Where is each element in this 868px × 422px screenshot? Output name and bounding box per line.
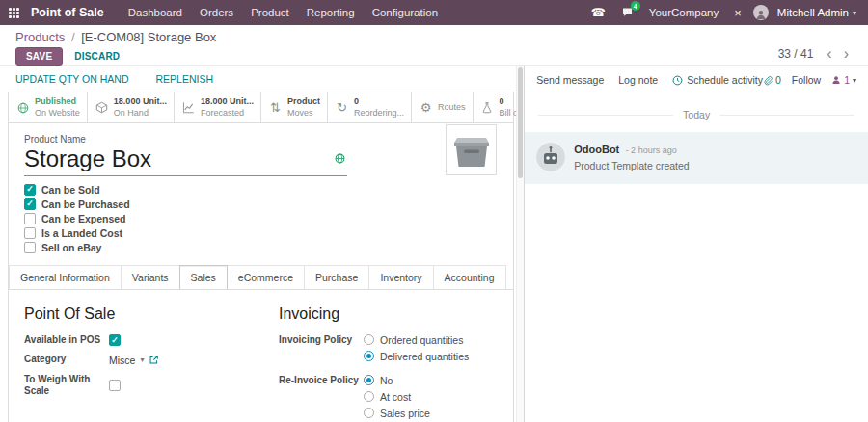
checkbox-is-landed-cost[interactable]: ✓ Is a Landed Cost <box>24 227 122 239</box>
stat-button-reordering-rules[interactable]: ↻ 0 Reordering... <box>328 92 412 122</box>
stat-text: Product Moves <box>287 96 320 119</box>
stat-button-published[interactable]: Published On Website <box>9 92 88 122</box>
debug-close-button[interactable]: × <box>726 0 749 25</box>
sales-tab-content: Point Of Sale Available in POS ✓ Categor… <box>9 290 513 422</box>
discard-button[interactable]: DISCARD <box>65 48 129 65</box>
radio-circle <box>364 334 374 345</box>
send-message-button[interactable]: Send message <box>536 74 604 86</box>
apps-menu-icon[interactable] <box>0 0 27 25</box>
product-flags: ✓ Can be Sold ✓ Can be Purchased ✓ Can b… <box>24 184 498 253</box>
menu-configuration[interactable]: Configuration <box>364 0 447 25</box>
company-switcher[interactable]: YourCompany <box>641 0 726 25</box>
scrollbar-thumb[interactable] <box>518 67 523 178</box>
available-in-pos-checkbox[interactable]: ✓ <box>109 334 121 346</box>
exchange-arrows-icon: ⇅ <box>268 101 283 114</box>
phone-systray-button[interactable]: ☎ <box>583 0 613 25</box>
product-image[interactable] <box>446 124 497 175</box>
checkbox-label: Is a Landed Cost <box>41 227 122 239</box>
stat-line2: On Website <box>35 108 80 119</box>
radio-circle <box>364 391 374 402</box>
to-weigh-label: To Weigh With Scale <box>24 374 109 398</box>
vertical-scrollbar[interactable] <box>516 66 524 422</box>
tab-general-information[interactable]: General Information <box>9 265 122 289</box>
tab-sales[interactable]: Sales <box>179 265 228 289</box>
chevron-down-icon: ▾ <box>853 76 856 85</box>
pager-previous-button[interactable]: ‹ <box>823 49 835 59</box>
attachments-button[interactable]: 0 <box>763 74 781 86</box>
message-time: - 2 hours ago <box>626 145 677 155</box>
checkbox-label: Can be Expensed <box>41 213 126 224</box>
log-note-button[interactable]: Log note <box>618 74 658 86</box>
category-dropdown[interactable]: Misce ▾ <box>109 355 159 366</box>
user-menu[interactable]: Mitchell Admin ▾ <box>749 5 860 20</box>
replenish-button[interactable]: REPLENISH <box>155 73 213 85</box>
tab-purchase[interactable]: Purchase <box>304 265 369 289</box>
chevron-down-icon: ▾ <box>853 9 856 17</box>
stat-button-product-moves[interactable]: ⇅ Product Moves <box>261 92 328 122</box>
notification-badge: 4 <box>631 1 640 11</box>
pos-section-heading: Point Of Sale <box>24 305 261 323</box>
chart-icon <box>181 101 196 114</box>
pager: 33 / 41 ‹ › <box>778 30 853 65</box>
chatter-toolbar-right: 0 Follow 1 ▾ <box>763 74 856 86</box>
tab-accounting[interactable]: Accounting <box>433 265 506 289</box>
flask-icon <box>480 101 495 114</box>
save-button[interactable]: SAVE <box>15 47 63 66</box>
phone-icon: ☎ <box>591 7 606 18</box>
follow-button[interactable]: Follow <box>792 74 821 86</box>
message-content: OdooBot - 2 hours ago Product Template c… <box>574 143 689 171</box>
robot-face-icon <box>536 143 565 171</box>
stat-line2: On Hand <box>114 108 167 119</box>
to-weigh-checkbox[interactable]: ✓ <box>109 380 121 391</box>
translate-globe-icon[interactable] <box>335 153 345 167</box>
close-icon: × <box>734 7 742 19</box>
invoicing-policy-radios: Ordered quantities Delivered quantities <box>364 334 469 362</box>
checkbox-sell-on-ebay[interactable]: ✓ Sell on eBay <box>24 242 101 253</box>
form-pane: UPDATE QTY ON HAND REPLENISH Published O… <box>0 66 524 422</box>
radio-delivered-quantities[interactable]: Delivered quantities <box>364 351 469 362</box>
followers-button[interactable]: 1 ▾ <box>831 74 856 86</box>
external-link-icon[interactable] <box>149 355 159 365</box>
pager-next-button[interactable]: › <box>840 49 853 59</box>
gear-icon: ⚙ <box>419 101 433 114</box>
field-reinvoice-policy: Re-Invoice Policy No At cost <box>279 375 498 419</box>
checkbox-can-be-expensed[interactable]: ✓ Can be Expensed <box>24 213 126 224</box>
tab-ecommerce[interactable]: eCommerce <box>227 265 305 289</box>
checkbox-can-be-purchased[interactable]: ✓ Can be Purchased <box>24 198 130 210</box>
menu-dashboard[interactable]: Dashboard <box>120 0 191 25</box>
radio-sales-price[interactable]: Sales price <box>364 408 430 419</box>
breadcrumb-products-link[interactable]: Products <box>15 30 65 44</box>
attachment-count: 0 <box>775 74 781 86</box>
stat-button-forecasted[interactable]: 18.000 Unit... Forecasted <box>175 92 261 122</box>
app-name[interactable]: Point of Sale <box>31 6 104 19</box>
date-separator: Today <box>538 109 854 120</box>
product-form-sheet: Published On Website 18.000 Unit... On H… <box>8 92 514 422</box>
message-author[interactable]: OdooBot <box>574 144 619 155</box>
product-name-input[interactable]: Storage Box <box>24 145 347 172</box>
menu-orders[interactable]: Orders <box>191 0 242 25</box>
date-separator-label: Today <box>683 109 710 120</box>
checkbox-can-be-sold[interactable]: ✓ Can be Sold <box>24 184 100 196</box>
invoicing-section: Invoicing Invoicing Policy Ordered quant… <box>279 305 498 422</box>
odoobot-avatar[interactable] <box>536 143 565 171</box>
invoicing-section-heading: Invoicing <box>279 305 498 323</box>
menu-reporting[interactable]: Reporting <box>298 0 364 25</box>
stat-line1: Published <box>35 96 80 108</box>
control-panel-left: Products / [E-COM08] Storage Box SAVE DI… <box>15 30 216 65</box>
menu-product[interactable]: Product <box>242 0 298 25</box>
radio-ordered-quantities[interactable]: Ordered quantities <box>364 334 469 346</box>
radio-circle <box>364 408 374 418</box>
stat-text: 18.000 Unit... Forecasted <box>201 96 254 119</box>
stat-button-routes[interactable]: ⚙ Routes <box>412 92 474 122</box>
update-qty-on-hand-button[interactable]: UPDATE QTY ON HAND <box>15 73 128 85</box>
tab-inventory[interactable]: Inventory <box>368 265 433 289</box>
messages-systray-button[interactable]: 4 <box>613 0 641 25</box>
radio-no[interactable]: No <box>364 375 430 386</box>
radio-at-cost[interactable]: At cost <box>364 391 430 403</box>
tab-variants[interactable]: Variants <box>121 265 180 289</box>
pager-value: 33 / 41 <box>778 47 814 61</box>
schedule-activity-button[interactable]: Schedule activity <box>672 74 763 86</box>
product-name-label: Product Name <box>24 134 498 145</box>
checkbox-label: Can be Sold <box>41 184 100 196</box>
stat-button-on-hand[interactable]: 18.000 Unit... On Hand <box>88 92 175 122</box>
